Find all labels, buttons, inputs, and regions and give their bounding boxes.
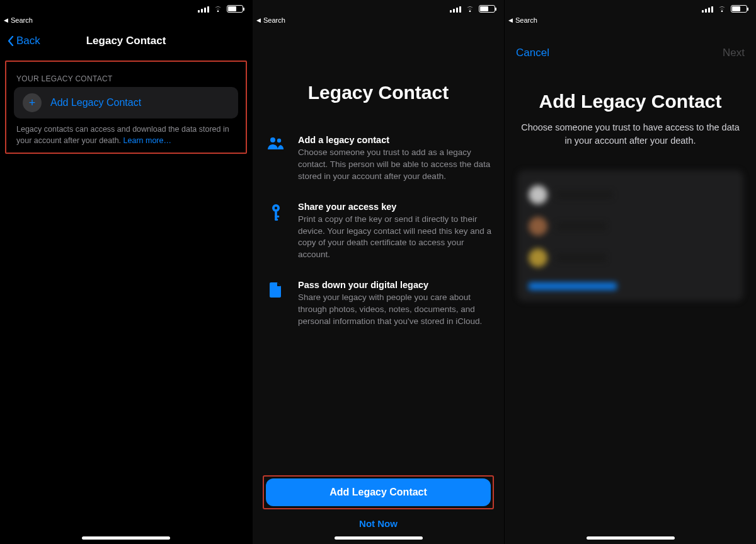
cellular-signal-icon xyxy=(450,5,461,13)
home-indicator[interactable] xyxy=(587,536,675,540)
info-desc: Choose someone you trust to add as a leg… xyxy=(298,147,491,183)
wifi-icon xyxy=(213,5,223,13)
section-footer: Legacy contacts can access and download … xyxy=(6,119,246,146)
info-list: Add a legacy contact Choose someone you … xyxy=(265,135,491,328)
breadcrumb-label: Search xyxy=(263,16,285,24)
status-bar xyxy=(505,3,756,15)
info-row-digital-legacy: Pass down your digital legacy Share your… xyxy=(265,280,491,328)
page-subtitle: Choose someone you trust to have access … xyxy=(517,121,743,148)
highlight-annotation: YOUR LEGACY CONTACT + Add Legacy Contact… xyxy=(5,61,247,154)
add-legacy-contact-button[interactable]: Add Legacy Contact xyxy=(266,478,491,506)
contact-name-redacted xyxy=(556,222,607,231)
next-button-disabled: Next xyxy=(723,47,745,59)
plus-icon: + xyxy=(23,93,42,112)
nav-bar: Cancel Next xyxy=(505,28,756,59)
cellular-signal-icon xyxy=(198,5,209,13)
screen-choose-contact: ◀ Search Cancel Next Add Legacy Contact … xyxy=(504,0,756,544)
learn-more-link[interactable]: Learn more… xyxy=(123,136,171,145)
chevron-left-icon xyxy=(8,36,14,46)
home-indicator[interactable] xyxy=(82,536,170,540)
contact-row[interactable] xyxy=(526,211,735,242)
info-desc: Print a copy of the key or send it direc… xyxy=(298,214,491,262)
avatar xyxy=(529,185,547,204)
contact-name-redacted xyxy=(556,253,607,262)
triangle-left-icon: ◀ xyxy=(4,17,8,23)
breadcrumb-back-to-search[interactable]: ◀ Search xyxy=(505,15,756,28)
status-bar xyxy=(253,3,504,15)
breadcrumb-label: Search xyxy=(515,16,537,24)
screen-legacy-contact-settings: ◀ Search Back Legacy Contact YOUR LEGACY… xyxy=(0,0,252,544)
breadcrumb-label: Search xyxy=(11,16,33,24)
add-legacy-contact-label: Add Legacy Contact xyxy=(50,97,141,108)
legacy-contact-list: + Add Legacy Contact xyxy=(14,87,238,119)
avatar xyxy=(529,217,547,236)
info-desc: Share your legacy with people you care a… xyxy=(298,292,491,328)
avatar xyxy=(529,248,547,267)
section-header: YOUR LEGACY CONTACT xyxy=(6,64,246,87)
battery-icon xyxy=(731,5,747,13)
nav-bar: Back Legacy Contact xyxy=(0,28,252,54)
contact-row[interactable] xyxy=(526,242,735,274)
add-legacy-contact-cell[interactable]: + Add Legacy Contact xyxy=(14,87,238,119)
cellular-signal-icon xyxy=(702,5,713,13)
contact-row[interactable] xyxy=(526,179,735,211)
document-icon xyxy=(265,280,287,299)
choose-other-link-redacted[interactable] xyxy=(529,282,617,290)
people-icon xyxy=(265,135,287,150)
info-row-add-contact: Add a legacy contact Choose someone you … xyxy=(265,135,491,183)
breadcrumb-back-to-search[interactable]: ◀ Search xyxy=(0,15,252,28)
highlight-annotation: Add Legacy Contact xyxy=(263,475,494,509)
contacts-card-blurred xyxy=(517,170,743,301)
triangle-left-icon: ◀ xyxy=(256,17,261,23)
back-label: Back xyxy=(16,35,40,47)
svg-rect-6 xyxy=(275,219,278,221)
page-title: Legacy Contact xyxy=(265,82,491,103)
battery-icon xyxy=(479,5,495,13)
key-icon xyxy=(265,202,287,222)
svg-point-1 xyxy=(277,139,281,142)
screen-legacy-contact-intro: ◀ Search Legacy Contact Add a legacy con… xyxy=(252,0,504,544)
status-bar xyxy=(0,3,252,15)
info-heading: Share your access key xyxy=(298,202,491,212)
svg-rect-5 xyxy=(275,216,279,217)
back-button[interactable]: Back xyxy=(8,35,40,47)
svg-point-0 xyxy=(270,137,275,142)
triangle-left-icon: ◀ xyxy=(508,17,513,23)
battery-icon xyxy=(227,5,243,13)
info-row-share-key: Share your access key Print a copy of th… xyxy=(265,202,491,262)
svg-point-3 xyxy=(275,206,277,209)
wifi-icon xyxy=(717,5,727,13)
not-now-button[interactable]: Not Now xyxy=(263,518,494,529)
wifi-icon xyxy=(465,5,475,13)
info-heading: Pass down your digital legacy xyxy=(298,280,491,290)
cancel-button[interactable]: Cancel xyxy=(516,47,549,59)
breadcrumb-back-to-search[interactable]: ◀ Search xyxy=(253,15,504,28)
home-indicator[interactable] xyxy=(335,536,423,540)
contact-name-redacted xyxy=(556,190,613,199)
page-title: Add Legacy Contact xyxy=(517,91,743,112)
info-heading: Add a legacy contact xyxy=(298,135,491,145)
